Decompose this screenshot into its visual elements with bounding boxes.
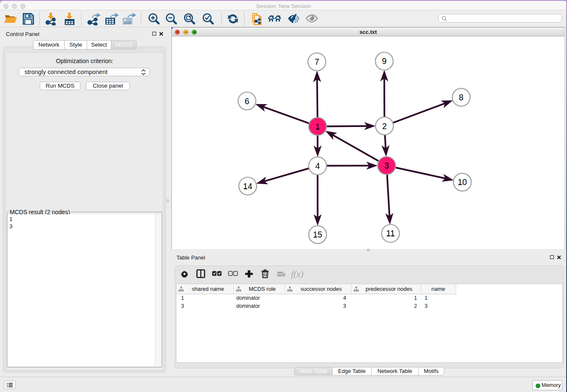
svg-text:3: 3	[384, 161, 389, 170]
svg-text:8: 8	[459, 93, 463, 102]
svg-text:2: 2	[382, 121, 387, 131]
svg-text:6: 6	[245, 97, 249, 106]
svg-text:11: 11	[386, 229, 395, 238]
svg-text:7: 7	[314, 57, 319, 66]
svg-text:4: 4	[315, 161, 320, 171]
svg-text:9: 9	[382, 56, 387, 66]
svg-text:10: 10	[458, 177, 467, 187]
svg-text:15: 15	[313, 230, 322, 239]
svg-text:1: 1	[315, 122, 320, 131]
svg-text:14: 14	[243, 182, 253, 191]
